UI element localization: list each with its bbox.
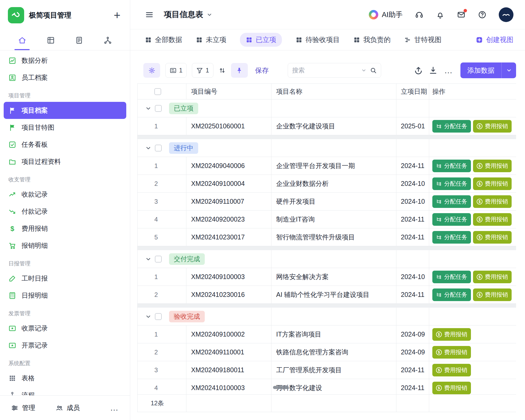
table-row[interactable]: 3XM202409110007硬件开发项目2024-10分配任务$费用报销 — [138, 193, 516, 211]
group-collapse-chevron-icon[interactable] — [145, 105, 152, 112]
sidebar-tab-nodes[interactable] — [93, 30, 122, 50]
pin-button[interactable] — [231, 63, 248, 78]
select-all-checkbox[interactable] — [154, 88, 161, 95]
sidebar-item[interactable]: 工时日报 — [4, 270, 126, 287]
expense-button[interactable]: $费用报销 — [432, 346, 471, 359]
assign-task-button[interactable]: 分配任务 — [432, 213, 471, 226]
search-input[interactable] — [292, 67, 358, 74]
assign-task-button[interactable]: 分配任务 — [432, 231, 471, 244]
members-button[interactable]: 成员 — [56, 403, 80, 412]
sidebar-item[interactable]: 收款记录 — [4, 186, 126, 203]
sidebar-item[interactable]: 项目甘特图 — [4, 119, 126, 136]
add-data-button[interactable]: 添加数据 — [460, 62, 516, 78]
upload-button[interactable] — [414, 66, 423, 75]
sidebar-item[interactable]: 项目过程资料 — [4, 153, 126, 170]
expense-button[interactable]: $费用报销 — [432, 364, 471, 376]
assign-task-button[interactable]: 分配任务 — [432, 120, 471, 133]
view-tab[interactable]: 全部数据 — [145, 35, 182, 44]
group-checkbox[interactable] — [155, 145, 162, 151]
group-header-main: 已立项 — [138, 99, 271, 117]
view-tab[interactable]: 已立项 — [240, 33, 282, 47]
help-button[interactable] — [478, 10, 487, 19]
table-title-dropdown[interactable]: 项目信息表 — [164, 9, 213, 20]
group-checkbox[interactable] — [155, 105, 162, 112]
assign-task-button[interactable]: 分配任务 — [432, 288, 471, 301]
group-collapse-chevron-icon[interactable] — [145, 313, 152, 320]
support-button[interactable] — [415, 10, 424, 19]
sidebar-item[interactable]: $费用报销 — [4, 220, 126, 237]
settings-button[interactable] — [143, 63, 160, 78]
sidebar-item[interactable]: 付款记录 — [4, 203, 126, 220]
inbox-button[interactable] — [457, 10, 466, 19]
sidebar-item[interactable]: 数据分析 — [4, 52, 126, 69]
expense-button[interactable]: $费用报销 — [473, 231, 512, 244]
search-scope-chevron-icon[interactable] — [361, 67, 367, 73]
sidebar-item[interactable]: 报销明细 — [4, 237, 126, 254]
table-row[interactable]: 2XM202410230016AI 辅助个性化学习平台建设项目2024-11分配… — [138, 286, 516, 304]
view-tab[interactable]: 甘特视图 — [404, 35, 442, 44]
table-row[interactable]: 1XM202409100002IT方案咨询项目2024-09$费用报销 — [138, 326, 516, 343]
sidebar-item[interactable]: 表格 — [4, 370, 126, 387]
user-avatar[interactable] — [499, 7, 513, 22]
row-number: 3 — [154, 198, 158, 205]
sidebar-item-label: 收款记录 — [22, 190, 48, 199]
assign-task-button[interactable]: 分配任务 — [432, 195, 471, 208]
group-collapse-chevron-icon[interactable] — [145, 256, 152, 262]
add-app-button[interactable]: + — [112, 9, 122, 21]
save-button[interactable]: 保存 — [255, 66, 269, 75]
toolbar-more-button[interactable]: … — [443, 69, 454, 72]
actions-cell: $费用报销 — [429, 326, 516, 343]
sidebar-item[interactable]: 任务看板 — [4, 136, 126, 153]
group-collapse-chevron-icon[interactable] — [145, 145, 152, 151]
expense-button[interactable]: $费用报销 — [432, 328, 471, 341]
view-tab[interactable]: 我负责的 — [353, 35, 391, 44]
sidebar-item[interactable]: 员工档案 — [4, 69, 126, 86]
expense-button[interactable]: $费用报销 — [473, 195, 512, 208]
assign-task-button[interactable]: 分配任务 — [432, 160, 471, 172]
view-tab[interactable]: 待验收项目 — [296, 35, 340, 44]
notifications-button[interactable] — [436, 10, 445, 19]
search-icon[interactable] — [370, 67, 377, 74]
download-button[interactable] — [428, 66, 438, 75]
manage-button[interactable]: 管理 — [11, 403, 35, 412]
table-row[interactable]: 4XM202410100003万科数字化建设2024-11$费用报销 — [138, 379, 516, 394]
table-row[interactable]: 2XM202409110001铁路信息化管理方案咨询2024-09$费用报销 — [138, 343, 516, 361]
assign-task-button[interactable]: 分配任务 — [432, 177, 471, 190]
sidebar-tab-doc[interactable] — [65, 30, 94, 50]
sidebar-item[interactable]: 开票记录 — [4, 337, 126, 354]
table-row[interactable]: 1XM202409100003网络安全解决方案2024-10分配任务$费用报销 — [138, 268, 516, 286]
horizontal-scrollbar[interactable] — [273, 386, 289, 389]
create-view-button[interactable]: 创建视图 — [476, 35, 513, 44]
filter-button[interactable]: 1 — [192, 63, 213, 78]
sidebar-item[interactable]: 日报明细 — [4, 287, 126, 304]
sidebar-item[interactable]: 流程 — [4, 387, 126, 395]
expense-button[interactable]: $费用报销 — [473, 271, 512, 283]
expense-button[interactable]: $费用报销 — [473, 213, 512, 226]
expense-button[interactable]: $费用报销 — [473, 120, 512, 133]
table-row[interactable]: 1XM202409040006企业管理平台开发项目一期2024-11分配任务$费… — [138, 157, 516, 175]
group-checkbox[interactable] — [155, 313, 162, 320]
expense-button[interactable]: $费用报销 — [473, 177, 512, 190]
add-data-caret[interactable] — [501, 62, 516, 78]
sort-button[interactable] — [219, 63, 226, 78]
ai-assistant-button[interactable]: AI助手 — [369, 10, 403, 19]
sidebar-tab-home[interactable] — [8, 30, 36, 50]
table-row[interactable]: 5XM202410230017智行物流管理软件升级项目2024-11分配任务$费… — [138, 228, 516, 246]
table-row[interactable]: 1XM202501060001企业数字化建设项目2025-01分配任务$费用报销 — [138, 117, 516, 135]
sidebar-more-button[interactable]: … — [110, 403, 119, 413]
sidebar-tab-table[interactable] — [36, 30, 65, 50]
field-config-button[interactable]: 1 — [165, 63, 187, 78]
table-row[interactable]: 2XM202409100004企业业财数据分析2024-10分配任务$费用报销 — [138, 175, 516, 193]
collapse-sidebar-button[interactable] — [145, 10, 154, 19]
expense-button[interactable]: $费用报销 — [473, 288, 512, 301]
group-checkbox[interactable] — [155, 256, 162, 262]
sidebar-item[interactable]: 项目档案 — [4, 102, 126, 119]
expense-button[interactable]: $费用报销 — [432, 382, 471, 394]
assign-task-button[interactable]: 分配任务 — [432, 271, 471, 283]
dollar-circle-icon: $ — [436, 349, 442, 355]
table-row[interactable]: 3XM202409180011工厂管理系统开发项目2024-11$费用报销 — [138, 361, 516, 379]
table-row[interactable]: 4XM202409200023制造业IT咨询2024-11分配任务$费用报销 — [138, 211, 516, 228]
sidebar-item[interactable]: 收票记录 — [4, 320, 126, 337]
view-tab[interactable]: 未立项 — [196, 35, 226, 44]
expense-button[interactable]: $费用报销 — [473, 160, 512, 172]
